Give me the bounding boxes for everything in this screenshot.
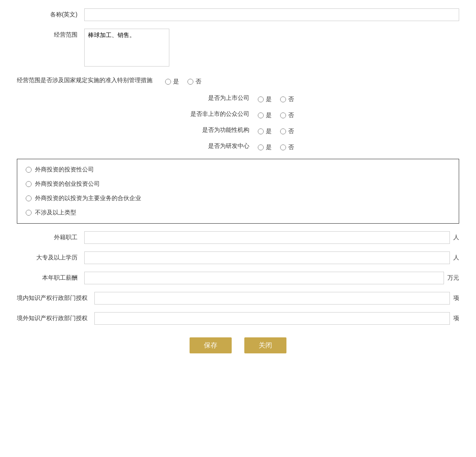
venture-company-radio[interactable] (26, 181, 32, 187)
functional-org-row: 是否为功能性机构 是 否 (182, 125, 294, 135)
special-mgmt-no-label: 否 (195, 78, 201, 86)
special-mgmt-no-radio[interactable] (187, 79, 193, 85)
foreign-ip-input-wrapper: 项 (94, 312, 459, 325)
venture-company-label: 外商投资的创业投资公司 (35, 180, 100, 188)
domestic-ip-input-wrapper: 项 (94, 292, 459, 305)
foreign-ip-unit: 项 (450, 315, 459, 322)
form-section: 各称(英文) 经营范围 棒球加工、销售。 经营范围是否涉及国家规定实施的准入特别… (17, 8, 459, 353)
venture-company-item[interactable]: 外商投资的创业投资公司 (26, 180, 450, 188)
close-button[interactable]: 关闭 (244, 337, 286, 353)
non-listed-public-row: 是否非上市的公众公司 是 否 (182, 109, 294, 119)
college-edu-label: 大专及以上学历 (17, 251, 84, 262)
biz-scope-label: 经营范围 (17, 29, 84, 39)
non-listed-public-no-label: 否 (288, 112, 294, 119)
non-listed-public-no-radio[interactable] (280, 112, 286, 118)
functional-org-radio-group: 是 否 (258, 125, 294, 135)
special-mgmt-row: 经营范围是否涉及国家规定实施的准入特别管理措施 是 否 (17, 75, 459, 86)
rd-center-yes-item[interactable]: 是 (258, 144, 272, 151)
partnership-item[interactable]: 外商投资的以投资为主要业务的合伙企业 (26, 195, 450, 202)
name-en-input[interactable] (84, 8, 459, 21)
centered-radio-rows: 是否为上市公司 是 否 是否非上市的公众公司 是 (17, 93, 459, 151)
domestic-ip-label: 境内知识产权行政部门授权 (17, 292, 94, 302)
none-item[interactable]: 不涉及以上类型 (26, 209, 450, 216)
annual-salary-unit: 万元 (444, 274, 459, 282)
functional-org-yes-radio[interactable] (258, 128, 264, 134)
foreign-workers-row: 外籍职工 人 (17, 231, 459, 244)
foreign-workers-input[interactable] (84, 231, 450, 244)
rd-center-yes-label: 是 (266, 144, 272, 151)
listed-yes-label: 是 (266, 96, 272, 103)
domestic-ip-input[interactable] (94, 292, 450, 305)
special-mgmt-yes-item[interactable]: 是 (165, 78, 179, 86)
biz-scope-wrapper: 棒球加工、销售。 (84, 29, 459, 68)
special-mgmt-label: 经营范围是否涉及国家规定实施的准入特别管理措施 (17, 77, 165, 84)
functional-org-yes-label: 是 (266, 128, 272, 135)
rd-center-yes-radio[interactable] (258, 144, 264, 150)
partnership-label: 外商投资的以投资为主要业务的合伙企业 (35, 195, 141, 202)
functional-org-label: 是否为功能性机构 (182, 126, 249, 134)
investment-company-radio[interactable] (26, 167, 32, 173)
college-edu-input-wrapper: 人 (84, 251, 459, 264)
foreign-ip-row: 境外知识产权行政部门授权 项 (17, 312, 459, 325)
listed-row: 是否为上市公司 是 否 (182, 93, 294, 103)
annual-salary-input-wrapper: 万元 (84, 272, 459, 284)
non-listed-public-label: 是否非上市的公众公司 (182, 110, 249, 118)
non-listed-public-yes-item[interactable]: 是 (258, 112, 272, 119)
foreign-workers-unit: 人 (450, 234, 459, 241)
listed-yes-radio[interactable] (258, 96, 264, 102)
biz-scope-textarea[interactable]: 棒球加工、销售。 (84, 29, 169, 67)
rd-center-radio-group: 是 否 (258, 141, 294, 151)
functional-org-yes-item[interactable]: 是 (258, 128, 272, 135)
investment-company-item[interactable]: 外商投资的投资性公司 (26, 166, 450, 174)
biz-scope-row: 经营范围 棒球加工、销售。 (17, 29, 459, 68)
special-mgmt-no-item[interactable]: 否 (187, 78, 201, 86)
listed-no-radio[interactable] (280, 96, 286, 102)
none-label: 不涉及以上类型 (35, 209, 76, 216)
functional-org-no-item[interactable]: 否 (280, 128, 294, 135)
rd-center-no-item[interactable]: 否 (280, 144, 294, 151)
rd-center-label: 是否为研发中心 (182, 142, 249, 150)
investment-company-label: 外商投资的投资性公司 (35, 166, 94, 174)
button-row: 保存 关闭 (17, 337, 459, 353)
name-en-row: 各称(英文) (17, 8, 459, 21)
listed-radio-group: 是 否 (258, 93, 294, 103)
special-mgmt-yes-label: 是 (173, 78, 179, 86)
annual-salary-label: 本年职工薪酬 (17, 272, 84, 282)
non-listed-public-radio-group: 是 否 (258, 109, 294, 119)
rd-center-no-radio[interactable] (280, 144, 286, 150)
rd-center-no-label: 否 (288, 144, 294, 151)
non-listed-public-yes-label: 是 (266, 112, 272, 119)
college-edu-input[interactable] (84, 251, 450, 264)
college-edu-unit: 人 (450, 254, 459, 262)
annual-salary-row: 本年职工薪酬 万元 (17, 272, 459, 284)
domestic-ip-row: 境内知识产权行政部门授权 项 (17, 292, 459, 305)
investment-type-box: 外商投资的投资性公司 外商投资的创业投资公司 外商投资的以投资为主要业务的合伙企… (17, 159, 459, 224)
name-en-label: 各称(英文) (17, 8, 84, 19)
non-listed-public-yes-radio[interactable] (258, 112, 264, 118)
domestic-ip-unit: 项 (450, 294, 459, 302)
rd-center-row: 是否为研发中心 是 否 (182, 141, 294, 151)
special-mgmt-yes-radio[interactable] (165, 79, 171, 85)
special-mgmt-radio-group: 是 否 (165, 75, 201, 86)
annual-salary-input[interactable] (84, 272, 444, 284)
listed-no-label: 否 (288, 96, 294, 103)
foreign-workers-input-wrapper: 人 (84, 231, 459, 244)
foreign-workers-label: 外籍职工 (17, 231, 84, 241)
functional-org-no-radio[interactable] (280, 128, 286, 134)
partnership-radio[interactable] (26, 195, 32, 201)
listed-no-item[interactable]: 否 (280, 96, 294, 103)
listed-label: 是否为上市公司 (182, 94, 249, 102)
college-edu-row: 大专及以上学历 人 (17, 251, 459, 264)
foreign-ip-label: 境外知识产权行政部门授权 (17, 312, 94, 322)
foreign-ip-input[interactable] (94, 312, 450, 325)
functional-org-no-label: 否 (288, 128, 294, 135)
listed-yes-item[interactable]: 是 (258, 96, 272, 103)
none-radio[interactable] (26, 210, 32, 216)
non-listed-public-no-item[interactable]: 否 (280, 112, 294, 119)
save-button[interactable]: 保存 (190, 337, 232, 353)
